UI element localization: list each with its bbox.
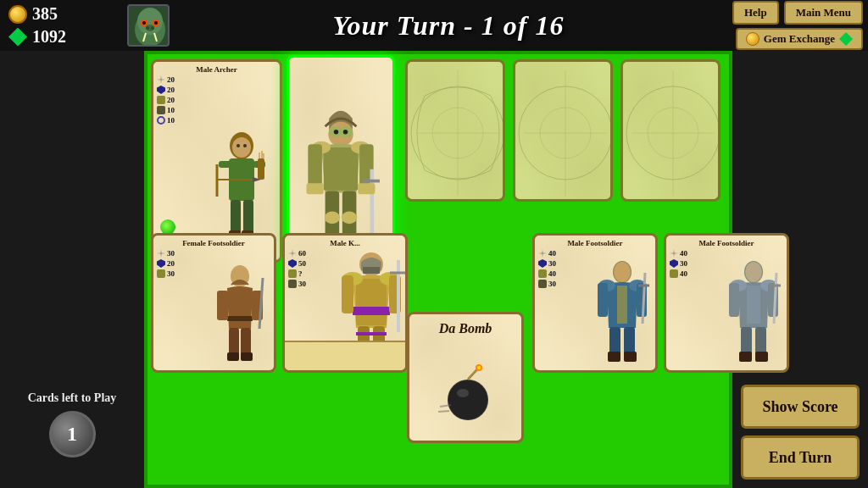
stat-row-2: 50 [288, 259, 306, 268]
gem-amount: 1092 [32, 27, 66, 47]
svg-point-13 [243, 144, 247, 147]
gem-row: 1092 [8, 27, 102, 47]
card-scroll [285, 341, 405, 370]
male-footsoldier-1-stats: 40 30 40 30 [538, 249, 556, 288]
svg-point-87 [457, 389, 469, 397]
stat-val-1: 30 [167, 249, 175, 258]
cards-area: Male Archer 20 20 20 10 10 [144, 51, 732, 488]
stat-sword-value: 20 [167, 75, 175, 84]
da-bomb-title: Da Bomb [409, 321, 521, 336]
stat-row-ring: 10 [157, 116, 175, 125]
card-male-footsoldier-2[interactable]: Male Footsoldier 40 30 40 [664, 233, 789, 373]
stat-val-3: 40 [548, 269, 556, 278]
end-turn-button[interactable]: End Turn [741, 435, 860, 480]
svg-point-32 [343, 130, 348, 135]
svg-rect-75 [342, 275, 353, 313]
svg-point-31 [334, 130, 339, 135]
card-empty-1[interactable] [405, 59, 505, 202]
boot-icon [157, 269, 165, 278]
male-footsoldier-2-title: Male Footsoldier [666, 239, 787, 247]
stat-row-3: 40 [538, 269, 556, 278]
stat-val-3: ? [298, 269, 303, 278]
svg-point-11 [232, 137, 251, 158]
svg-rect-40 [307, 183, 324, 194]
svg-point-9 [151, 26, 154, 30]
main-menu-button[interactable]: Main Menu [784, 1, 863, 25]
sword-icon [670, 249, 678, 258]
svg-point-86 [448, 380, 487, 419]
svg-point-45 [342, 211, 357, 224]
svg-rect-108 [747, 286, 760, 324]
female-footsoldier-stats: 30 20 30 [157, 249, 175, 278]
currency-display: 385 1092 [0, 0, 110, 52]
stat-row-1: 40 [670, 249, 687, 258]
male-footsoldier-2-stats: 40 30 40 [670, 249, 687, 278]
svg-point-5 [142, 21, 146, 25]
stat-row-2: 30 [538, 259, 556, 268]
shield-icon [157, 86, 165, 94]
card-male-footsoldier-1[interactable]: Male Footsoldier 40 30 40 30 [532, 233, 658, 373]
stat-val-2: 20 [167, 259, 175, 268]
stat-val-3: 40 [680, 269, 687, 278]
cards-left-label: Cards left to Play [8, 391, 136, 406]
coin-row: 385 [8, 4, 102, 24]
svg-rect-33 [324, 147, 358, 191]
stat-shield-value: 20 [167, 86, 175, 94]
stat-row-2: 20 [157, 259, 175, 268]
stat-row-3: ? [288, 269, 306, 278]
svg-rect-72 [353, 307, 390, 315]
svg-point-94 [614, 262, 631, 282]
stat-row-boot: 10 [157, 106, 175, 114]
stat-row-sword: 20 [157, 75, 175, 84]
shield-icon [670, 259, 678, 268]
stat-val-4: 30 [548, 280, 556, 288]
stat-val-2: 30 [680, 259, 687, 268]
stat-row-armor: 20 [157, 96, 175, 104]
armor-icon [538, 269, 547, 278]
orc-portrait [127, 4, 170, 47]
svg-rect-98 [598, 283, 608, 317]
stat-val-1: 60 [298, 249, 306, 258]
card-female-footsoldier[interactable]: Female Footsoldier 30 20 30 [151, 233, 276, 373]
footsoldier-1-figure [592, 260, 653, 366]
top-row-buttons: Help Main Menu [732, 1, 863, 25]
sword-icon [538, 249, 547, 258]
footsoldier-2-figure [723, 260, 784, 366]
card-empty-2[interactable] [513, 59, 613, 202]
stat-val-1: 40 [680, 249, 687, 258]
svg-rect-36 [308, 144, 322, 187]
cards-left-circle: 1 [49, 411, 96, 458]
stat-row-1: 60 [288, 249, 306, 258]
card-male-archer[interactable]: Male Archer 20 20 20 10 10 [151, 59, 282, 263]
svg-point-44 [325, 211, 340, 224]
boot-icon [288, 269, 297, 278]
cards-left-indicator: Cards left to Play 1 [8, 391, 136, 475]
card-male-archer-stats: 20 20 20 10 10 [157, 75, 175, 125]
stat-row-shield: 20 [157, 86, 175, 94]
armor-icon [157, 96, 165, 104]
female-figure [210, 261, 270, 366]
svg-rect-95 [617, 286, 627, 324]
stat-ring-value: 10 [167, 116, 175, 125]
card-male-k[interactable]: Male K... 60 50 ? 30 [282, 233, 408, 373]
gem-exchange-button[interactable]: Gem Exchange [736, 28, 863, 50]
stat-row-3: 30 [157, 269, 175, 278]
svg-rect-24 [258, 158, 264, 180]
card-da-bomb[interactable]: Da Bomb [407, 312, 524, 443]
boot-icon [670, 269, 678, 278]
ring-icon [157, 116, 165, 125]
male-k-title: Male K... [285, 239, 405, 247]
gem-exchange-coin-icon [746, 32, 760, 46]
svg-rect-41 [358, 183, 375, 194]
stat-val-2: 50 [298, 259, 306, 268]
bomb-image [436, 364, 495, 424]
show-score-button[interactable]: Show Score [741, 385, 860, 429]
help-button[interactable]: Help [732, 1, 779, 25]
card-empty-3[interactable] [620, 59, 721, 202]
stat-val-1: 40 [548, 249, 556, 258]
svg-line-91 [438, 411, 449, 412]
shield-icon [157, 259, 165, 268]
game-header: 385 1092 Your Turn - 1 of 16 [0, 0, 868, 51]
coin-amount: 385 [32, 4, 58, 24]
turn-title: Your Turn - 1 of 16 [170, 10, 727, 42]
